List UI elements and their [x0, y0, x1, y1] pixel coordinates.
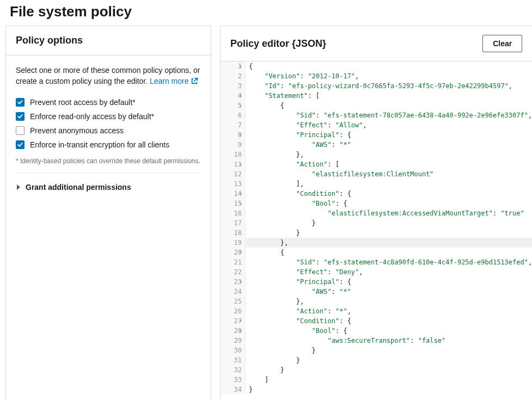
line-number: 11▾	[224, 159, 242, 169]
policy-options-footnote: * Identity-based policies can override t…	[16, 157, 201, 165]
code-line[interactable]: "Version": "2012-10-17",	[246, 71, 532, 81]
code-line[interactable]: "Effect": "Allow",	[246, 120, 532, 130]
policy-option-0[interactable]: Prevent root access by default*	[16, 95, 201, 109]
line-number: 7	[224, 120, 242, 130]
code-line[interactable]: "Id": "efs-policy-wizard-0c7665fa-5293-4…	[246, 81, 532, 91]
code-line[interactable]: },	[246, 238, 532, 248]
code-line[interactable]: {	[246, 248, 532, 257]
line-number: 10	[224, 150, 242, 159]
fold-caret-icon[interactable]: ▾	[239, 61, 242, 71]
fold-caret-icon[interactable]: ▾	[239, 199, 242, 208]
fold-caret-icon[interactable]: ▾	[239, 91, 242, 101]
policy-option-label: Enforce read-only access by default*	[30, 112, 154, 121]
learn-more-link[interactable]: Learn more	[150, 77, 198, 85]
code-line[interactable]: ]	[246, 375, 532, 385]
code-line[interactable]: "Condition": {	[246, 316, 532, 326]
line-number: 9	[224, 140, 242, 150]
code-line[interactable]: }	[246, 365, 532, 375]
code-line[interactable]: ],	[246, 179, 532, 189]
code-line[interactable]: "AWS": "*"	[246, 140, 532, 150]
line-number: 5▾	[224, 101, 242, 110]
code-line[interactable]: "Bool": {	[246, 199, 532, 208]
checkbox-icon	[16, 112, 25, 121]
code-line[interactable]: "Action": "*",	[246, 306, 532, 316]
policy-editor-panel: Policy editor {JSON} Clear 1▾234▾5▾678▾9…	[220, 26, 532, 401]
fold-caret-icon[interactable]: ▾	[239, 130, 242, 140]
code-line[interactable]: "Statement": [	[246, 91, 532, 101]
code-line[interactable]: "Bool": {	[246, 326, 532, 336]
policy-options-description: Select one or more of these common polic…	[16, 65, 201, 88]
policy-options-panel: Policy options Select one or more of the…	[5, 26, 211, 401]
fold-caret-icon[interactable]: ▾	[239, 159, 242, 169]
line-number: 15▾	[224, 199, 242, 208]
checkbox-icon	[16, 126, 25, 135]
checkbox-icon	[16, 98, 25, 107]
code-line[interactable]: }	[246, 228, 532, 238]
line-number: 12	[224, 169, 242, 179]
code-editor[interactable]: 1▾234▾5▾678▾91011▾121314▾15▾1617181920▾2…	[221, 61, 532, 394]
line-number: 24	[224, 287, 242, 297]
code-line[interactable]: "elasticfilesystem:ClientMount"	[246, 169, 532, 179]
line-number: 17	[224, 218, 242, 228]
line-number: 2	[224, 71, 242, 81]
line-number: 4▾	[224, 91, 242, 101]
line-number: 14▾	[224, 189, 242, 199]
fold-caret-icon[interactable]: ▾	[239, 189, 242, 199]
fold-caret-icon[interactable]: ▾	[239, 326, 242, 336]
checkbox-icon	[16, 140, 25, 149]
code-line[interactable]: }	[246, 218, 532, 228]
policy-options-title: Policy options	[16, 35, 83, 46]
policy-option-1[interactable]: Enforce read-only access by default*	[16, 109, 201, 124]
line-number: 34	[224, 385, 242, 394]
code-line[interactable]: "elasticfilesystem:AccessedViaMountTarge…	[246, 208, 532, 218]
line-number: 3	[224, 81, 242, 91]
line-number: 33	[224, 375, 242, 385]
divider	[16, 172, 201, 173]
grant-additional-permissions-expander[interactable]: Grant additional permissions	[16, 181, 201, 197]
line-number: 19	[224, 238, 242, 248]
code-line[interactable]: }	[246, 346, 532, 355]
policy-editor-title: Policy editor {JSON}	[230, 38, 326, 50]
code-line[interactable]: "Principal": {	[246, 277, 532, 287]
page-title: File system policy	[0, 0, 532, 26]
line-number: 18	[224, 228, 242, 238]
external-link-icon	[191, 77, 198, 88]
code-line[interactable]: }	[246, 355, 532, 365]
code-line[interactable]: "Principal": {	[246, 130, 532, 140]
code-line[interactable]: }	[246, 385, 532, 394]
code-line[interactable]: "Action": [	[246, 159, 532, 169]
code-line[interactable]: "aws:SecureTransport": "false"	[246, 336, 532, 346]
line-number: 8▾	[224, 130, 242, 140]
line-number: 30	[224, 346, 242, 355]
policy-option-3[interactable]: Enforce in-transit encryption for all cl…	[16, 138, 201, 152]
policy-option-label: Prevent root access by default*	[30, 98, 136, 107]
line-number: 6	[224, 110, 242, 120]
code-line[interactable]: {	[246, 101, 532, 110]
code-line[interactable]: },	[246, 297, 532, 306]
fold-caret-icon[interactable]: ▾	[239, 316, 242, 326]
code-line[interactable]: "AWS": "*"	[246, 287, 532, 297]
code-line[interactable]: {	[246, 61, 532, 71]
line-number: 32	[224, 365, 242, 375]
line-number: 16	[224, 208, 242, 218]
line-number: 13	[224, 179, 242, 189]
code-line[interactable]: "Effect": "Deny",	[246, 267, 532, 277]
line-number: 25	[224, 297, 242, 306]
policy-option-label: Enforce in-transit encryption for all cl…	[30, 140, 169, 149]
fold-caret-icon[interactable]: ▾	[239, 101, 242, 110]
svg-marker-0	[17, 184, 20, 190]
caret-right-icon	[16, 184, 21, 190]
policy-option-2[interactable]: Prevent anonymous access	[16, 124, 201, 138]
fold-caret-icon[interactable]: ▾	[239, 277, 242, 287]
code-line[interactable]: "Condition": {	[246, 189, 532, 199]
clear-button[interactable]: Clear	[482, 35, 522, 52]
policy-options-list: Prevent root access by default*Enforce r…	[16, 95, 201, 152]
code-line[interactable]: "Sid": "efs-statement-78c057ae-6438-4a40…	[246, 110, 532, 120]
policy-option-label: Prevent anonymous access	[30, 126, 124, 135]
line-number: 26	[224, 306, 242, 316]
editor-note: Manual changes will prevent the use of t…	[221, 394, 532, 401]
line-number: 20▾	[224, 248, 242, 257]
fold-caret-icon[interactable]: ▾	[239, 248, 242, 257]
code-line[interactable]: "Sid": "efs-statement-4c8a90fd-610e-4c4f…	[246, 257, 532, 267]
code-line[interactable]: },	[246, 150, 532, 159]
